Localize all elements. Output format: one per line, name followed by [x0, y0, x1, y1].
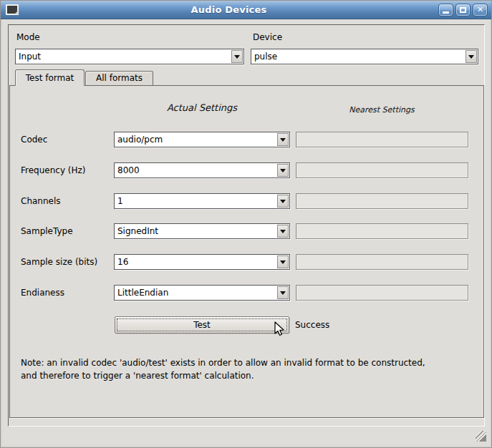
endianess-dropdown-button[interactable]: [277, 286, 289, 299]
samplesize-nearest-field: [296, 254, 468, 270]
channels-combobox[interactable]: 1: [114, 193, 290, 209]
sampletype-label: SampleType: [21, 226, 73, 236]
test-button[interactable]: Test: [115, 316, 289, 333]
dropdown-arrow-icon: [234, 55, 240, 59]
minimize-icon: [443, 11, 449, 14]
frequency-value: 8000: [117, 165, 140, 175]
channels-value: 1: [117, 196, 123, 206]
dropdown-arrow-icon: [280, 169, 286, 172]
samplesize-label: Sample size (bits): [21, 257, 97, 267]
resize-grip[interactable]: [476, 431, 486, 442]
actual-settings-header: Actual Settings: [114, 102, 290, 113]
frequency-label: Frequency (Hz): [21, 165, 86, 175]
sampletype-value: SignedInt: [117, 226, 158, 236]
device-dropdown-button[interactable]: [466, 50, 477, 63]
dropdown-arrow-icon: [280, 138, 286, 142]
dropdown-arrow-icon: [280, 200, 286, 203]
maximize-button[interactable]: [455, 4, 471, 16]
close-button[interactable]: ✕: [473, 4, 488, 16]
tab-all-formats[interactable]: All formats: [85, 71, 153, 85]
samplesize-combobox[interactable]: 16: [114, 254, 290, 270]
note-text: Note: an invalid codec 'audio/test' exis…: [21, 356, 425, 382]
close-icon: ✕: [477, 6, 483, 14]
frequency-dropdown-button[interactable]: [277, 164, 289, 177]
codec-nearest-field: [296, 132, 468, 147]
window-title: Audio Devices: [21, 4, 436, 15]
window-icon-fold: [14, 11, 18, 14]
codec-combobox[interactable]: audio/pcm: [114, 132, 290, 147]
dropdown-arrow-icon: [468, 55, 474, 59]
sampletype-combobox[interactable]: SignedInt: [114, 223, 290, 239]
mode-label: Mode: [16, 32, 40, 42]
minimize-button[interactable]: [438, 4, 453, 16]
mode-combobox[interactable]: Input: [15, 49, 244, 64]
status-text: Success: [295, 320, 329, 330]
mode-value: Input: [19, 52, 41, 62]
dropdown-arrow-icon: [280, 291, 286, 295]
mode-dropdown-button[interactable]: [231, 50, 243, 63]
dropdown-arrow-icon: [280, 230, 286, 233]
frequency-nearest-field: [296, 162, 468, 178]
note-line-1: Note: an invalid codec 'audio/test' exis…: [21, 356, 425, 369]
endianess-label: Endianess: [21, 288, 64, 298]
endianess-value: LittleEndian: [117, 288, 168, 298]
nearest-settings-header: Nearest Settings: [296, 105, 468, 115]
sampletype-dropdown-button[interactable]: [277, 225, 289, 238]
frequency-combobox[interactable]: 8000: [114, 162, 290, 178]
channels-nearest-field: [296, 193, 468, 209]
endianess-nearest-field: [296, 285, 468, 301]
device-label: Device: [253, 32, 282, 42]
codec-value: audio/pcm: [117, 135, 163, 145]
codec-dropdown-button[interactable]: [277, 133, 289, 146]
titlebar: Audio Devices ✕: [1, 1, 491, 19]
channels-dropdown-button[interactable]: [277, 195, 289, 208]
tab-test-format[interactable]: Test format: [15, 69, 85, 86]
sampletype-nearest-field: [296, 223, 468, 239]
samplesize-dropdown-button[interactable]: [277, 255, 289, 268]
audio-devices-window: Audio Devices ✕ Mode Input Device pulse …: [0, 0, 492, 448]
note-line-2: and therefore to trigger a 'nearest form…: [21, 369, 425, 382]
channels-label: Channels: [21, 196, 61, 206]
codec-label: Codec: [21, 135, 47, 145]
dropdown-arrow-icon: [280, 260, 286, 264]
device-value: pulse: [254, 52, 277, 62]
samplesize-value: 16: [117, 257, 128, 267]
maximize-icon: [460, 7, 466, 13]
device-combobox[interactable]: pulse: [251, 49, 478, 64]
window-menu-icon[interactable]: [6, 4, 19, 15]
endianess-combobox[interactable]: LittleEndian: [114, 285, 290, 301]
